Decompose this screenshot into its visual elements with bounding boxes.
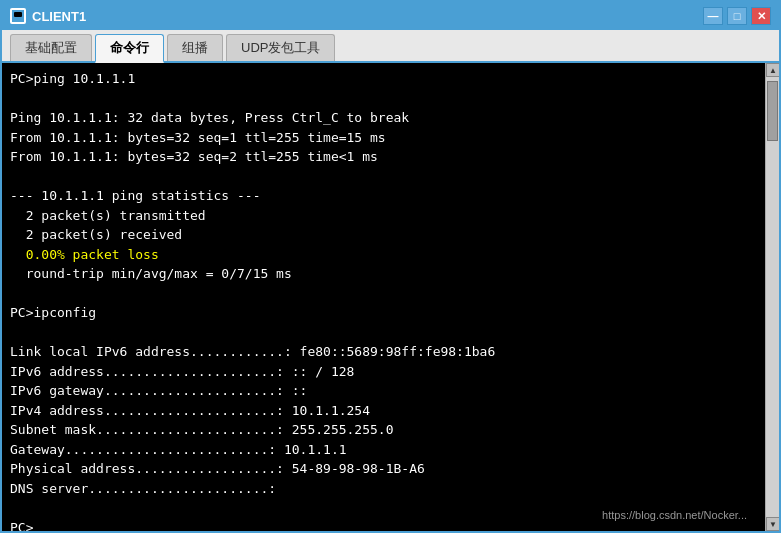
tab-bar: 基础配置 命令行 组播 UDP发包工具 (2, 30, 779, 63)
scroll-up-button[interactable]: ▲ (766, 63, 779, 77)
title-bar-title: CLIENT1 (10, 8, 703, 24)
terminal[interactable]: PC>ping 10.1.1.1 Ping 10.1.1.1: 32 data … (2, 63, 765, 531)
scrollbar-thumb[interactable] (767, 81, 778, 141)
minimize-button[interactable]: — (703, 7, 723, 25)
svg-rect-3 (15, 19, 21, 20)
maximize-button[interactable]: □ (727, 7, 747, 25)
content-area: PC>ping 10.1.1.1 Ping 10.1.1.1: 32 data … (2, 63, 779, 531)
app-icon (10, 8, 26, 24)
title-controls: — □ ✕ (703, 7, 771, 25)
scrollbar-track[interactable] (766, 77, 779, 517)
scroll-down-button[interactable]: ▼ (766, 517, 779, 531)
title-bar: CLIENT1 — □ ✕ (2, 2, 779, 30)
svg-rect-2 (16, 18, 20, 19)
terminal-output: PC>ping 10.1.1.1 Ping 10.1.1.1: 32 data … (10, 69, 757, 531)
window-title: CLIENT1 (32, 9, 86, 24)
tab-basic-config[interactable]: 基础配置 (10, 34, 92, 61)
watermark: https://blog.csdn.net/Nocker... (602, 509, 747, 521)
scrollbar[interactable]: ▲ ▼ (765, 63, 779, 531)
main-window: CLIENT1 — □ ✕ 基础配置 命令行 组播 UDP发包工具 PC>pin… (0, 0, 781, 533)
close-button[interactable]: ✕ (751, 7, 771, 25)
tab-multicast[interactable]: 组播 (167, 34, 223, 61)
tab-udp-tool[interactable]: UDP发包工具 (226, 34, 335, 61)
svg-rect-1 (14, 12, 22, 17)
tab-command-line[interactable]: 命令行 (95, 34, 164, 63)
